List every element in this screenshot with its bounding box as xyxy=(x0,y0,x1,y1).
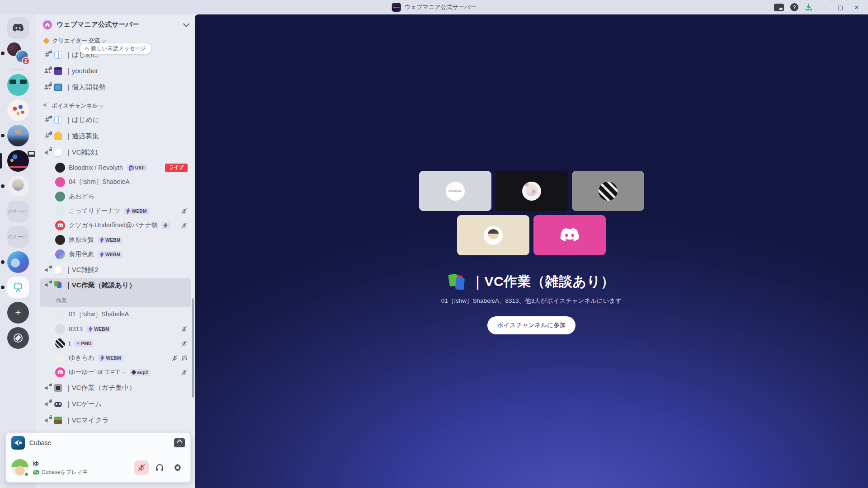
channel-list: クリエイター 交流#｜はじめに｜youtuber｜個人開発勢ボイスチャンネル#｜… xyxy=(36,35,195,488)
server-rail: 2のサーバのサーバ+ xyxy=(0,14,36,488)
avatar[interactable] xyxy=(11,459,28,476)
mic-muted-icon xyxy=(181,340,188,347)
discord-logo-icon xyxy=(560,228,580,243)
pip-icon[interactable] xyxy=(774,4,784,11)
server-text-1[interactable]: のサーバ xyxy=(0,201,36,222)
server-anime-girl[interactable] xyxy=(0,175,36,197)
unread-indicator xyxy=(1,184,5,188)
channel-status-text: 作業 xyxy=(40,297,191,307)
books-emoji-icon xyxy=(448,274,466,290)
server-fireworks[interactable] xyxy=(0,99,36,121)
unread-pill-label: 新しい未読メッセージ xyxy=(91,45,146,52)
channel-VC雑談2[interactable]: ｜VC雑談2 xyxy=(40,262,191,278)
voice-channel-main: SHABELEA ｜VC作業（雑談あり） 01［!shw］ShabeleA、83… xyxy=(195,14,868,488)
avatar xyxy=(55,367,65,377)
participant-tile-discord[interactable] xyxy=(533,215,606,255)
chevron-down-icon xyxy=(183,20,189,27)
server-teal-face[interactable] xyxy=(0,74,36,96)
unread-indicator xyxy=(1,134,5,137)
maximize-button[interactable]: ▢ xyxy=(835,4,845,11)
close-button[interactable]: ✕ xyxy=(852,4,862,11)
book-emoji-icon xyxy=(54,51,62,59)
voice-user-row[interactable]: こってりドーナツWEBM xyxy=(40,204,191,218)
mic-muted-button[interactable] xyxy=(134,460,149,475)
activity-card[interactable]: Cubase xyxy=(6,433,190,453)
discord-home-button[interactable] xyxy=(0,17,36,39)
download-icon[interactable] xyxy=(805,3,813,11)
channel-VC作業雑談あり[interactable]: ｜VC作業（雑談あり） xyxy=(40,278,191,298)
hash-lock-icon: # xyxy=(43,51,51,59)
unread-indicator xyxy=(1,286,5,289)
voice-user-name: 8313 xyxy=(69,325,83,333)
channel-通話募集[interactable]: #｜通話募集 xyxy=(40,128,191,144)
selected-server-indicator xyxy=(0,153,2,169)
unread-indicator xyxy=(1,260,5,264)
unread-indicator xyxy=(1,52,5,55)
hand-emoji-icon xyxy=(54,132,62,140)
voice-user-name: Bloodnix / Revolyth xyxy=(69,164,123,171)
speaker-lock-icon xyxy=(43,266,51,274)
role-badge: WEBM xyxy=(98,237,123,244)
voice-user-row[interactable]: あおどら xyxy=(40,189,191,204)
avatar xyxy=(55,177,65,187)
server-text-2[interactable]: のサーバ xyxy=(0,226,36,248)
server-miku[interactable] xyxy=(0,251,36,273)
explore-button[interactable] xyxy=(0,327,36,349)
titlebar: ウェブマニア公式サーバー ? – ▢ ✕ xyxy=(0,0,868,14)
diamond-emoji-icon xyxy=(43,38,50,44)
chevron-down-icon xyxy=(99,103,104,108)
voice-user-row[interactable]: 食用色素WEBM xyxy=(40,247,191,262)
screen-share-icon[interactable] xyxy=(174,438,185,447)
voice-user-row[interactable]: ゆきらわWEBM xyxy=(40,351,191,365)
cinema-emoji-icon xyxy=(54,384,62,392)
channel-youtuber[interactable]: ｜youtuber xyxy=(40,63,191,79)
headphones-button[interactable] xyxy=(152,460,167,475)
new-unread-pill[interactable]: 新しい未読メッセージ xyxy=(80,43,151,54)
channel-個人開発勢[interactable]: ｜個人開発勢 xyxy=(40,79,191,95)
channel-VC雑談1[interactable]: ｜VC雑談1 xyxy=(40,144,191,160)
channel-はじめに[interactable]: #｜はじめに xyxy=(40,112,191,128)
voice-user-row[interactable]: t♥PMD xyxy=(40,336,191,351)
category-ボイスチャンネル[interactable]: ボイスチャンネル xyxy=(40,95,191,112)
voice-user-row[interactable]: Bloodnix / RevolythUKFライブ xyxy=(40,160,191,175)
voice-user-row[interactable]: 豚原長賢WEBM xyxy=(40,233,191,247)
avatar xyxy=(55,310,65,319)
minimize-button[interactable]: – xyxy=(819,4,829,11)
avatar xyxy=(55,192,65,202)
channel-VCゲーム[interactable]: ｜VCゲーム xyxy=(40,396,191,412)
participant-tile-striped[interactable] xyxy=(572,171,644,211)
channel-VC作業ガチ集中[interactable]: ｜VC作業（ガチ集中） xyxy=(40,380,191,396)
online-status-dot xyxy=(24,471,29,477)
voice-user-row[interactable]: 01［!shw］ShabeleA xyxy=(40,307,191,322)
scrollbar-thumb[interactable] xyxy=(192,298,194,398)
voice-user-row[interactable]: クソガキUnderfined@バナナ勢 xyxy=(40,218,191,233)
mic-muted-icon xyxy=(181,369,188,376)
server-header[interactable]: ウェブマニア公式サーバー xyxy=(36,14,195,35)
settings-gear-button[interactable] xyxy=(170,460,185,475)
avatar: SHABELEA xyxy=(446,182,465,201)
participant-tile-anime[interactable] xyxy=(495,171,568,211)
participant-tiles: SHABELEA xyxy=(419,171,644,255)
avatar xyxy=(484,226,503,245)
server-suit-man[interactable] xyxy=(0,125,36,146)
participant-tile-shabelea[interactable]: SHABELEA xyxy=(419,171,491,211)
participant-tile-boy[interactable] xyxy=(457,215,529,255)
server-mini-icon xyxy=(392,3,401,12)
dm-stack[interactable]: 2 xyxy=(0,42,36,64)
help-icon[interactable]: ? xyxy=(790,3,798,11)
blue-heart-icon: ♥ xyxy=(76,341,80,346)
join-voice-button[interactable]: ボイスチャンネルに参加 xyxy=(487,316,576,334)
voice-user-row[interactable]: 04［!shm］ShabeleA xyxy=(40,175,191,189)
window-title: ウェブマニア公式サーバー xyxy=(405,3,476,11)
plus-icon: + xyxy=(7,302,29,324)
compass-icon xyxy=(7,327,29,349)
channel-VCマイクラ[interactable]: ｜VCマイクラ xyxy=(40,412,191,428)
bolt-icon xyxy=(164,223,168,228)
add-server-button[interactable]: + xyxy=(0,302,36,324)
voice-user-row[interactable]: ゆーゆー' or '1'='1' --aup2 xyxy=(40,365,191,380)
voice-user-row[interactable]: 8313WEBM xyxy=(40,322,191,336)
voice-user-name: 豚原長賢 xyxy=(69,236,94,244)
server-easel[interactable] xyxy=(0,277,36,298)
avatar xyxy=(55,163,65,173)
server-webmania[interactable] xyxy=(0,150,36,172)
